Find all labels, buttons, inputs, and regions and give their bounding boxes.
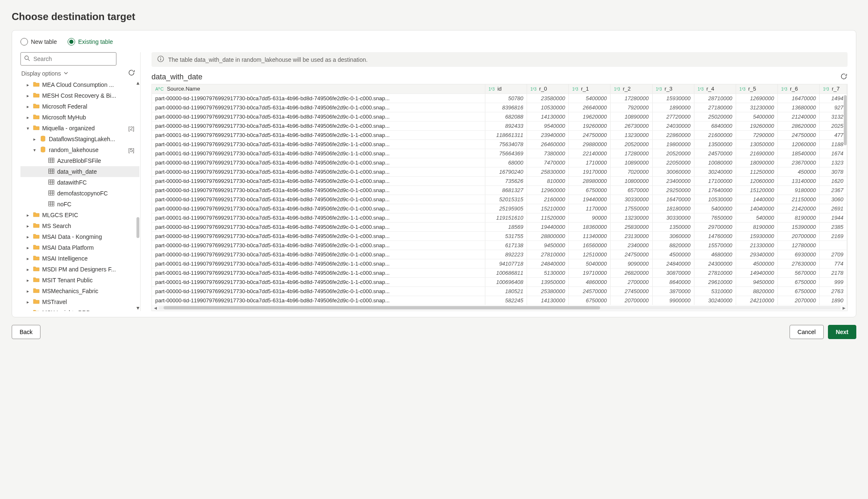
table-row[interactable]: part-00000-tid-119907976992917730-b0ca7d… (152, 250, 847, 259)
table-row[interactable]: part-00001-tid-119907976992917730-b0ca7d… (152, 130, 847, 139)
chevron-right-icon[interactable]: ▸ (25, 256, 30, 261)
column-header[interactable]: 1²3 r_7 (820, 84, 847, 94)
cell: 12780000 (778, 241, 820, 250)
column-header[interactable]: 1²3 r_6 (778, 84, 820, 94)
table-row[interactable]: part-00001-tid-119907976992917730-b0ca7d… (152, 268, 847, 277)
refresh-icon[interactable] (128, 69, 135, 78)
tree-item[interactable]: noFC (20, 199, 139, 210)
chevron-right-icon[interactable]: ▸ (25, 289, 30, 294)
number-type-icon: 1²3 (698, 87, 704, 91)
table-row[interactable]: part-00001-tid-119907976992917730-b0ca7d… (152, 139, 847, 149)
radio-new-table[interactable]: New table (20, 38, 57, 46)
chevron-right-icon[interactable]: ▸ (25, 213, 30, 218)
radio-existing-table[interactable]: Existing table (68, 38, 113, 46)
tree-item[interactable]: ▸MEA Cloud Consumption ... (20, 79, 139, 90)
tree-item[interactable]: ▸MSMechanics_Fabric (20, 286, 139, 296)
scroll-right-icon[interactable]: ▸ (840, 304, 847, 311)
table-row[interactable]: part-00000-tid-119907976992917730-b0ca7d… (152, 94, 847, 103)
chevron-right-icon[interactable]: ▸ (25, 310, 30, 312)
column-header[interactable]: 1²3 id (485, 84, 527, 94)
table-row[interactable]: part-00000-tid-119907976992917730-b0ca7d… (152, 121, 847, 130)
folder-icon (33, 244, 40, 252)
column-header[interactable]: AᴮC Source.Name (152, 84, 485, 94)
table-row[interactable]: part-00000-tid-119907976992917730-b0ca7d… (152, 167, 847, 176)
chevron-right-icon[interactable]: ▸ (25, 234, 30, 240)
tree-item[interactable]: data_with_date (20, 166, 139, 177)
scrollbar-thumb[interactable] (844, 95, 847, 145)
chevron-right-icon[interactable]: ▸ (25, 115, 30, 120)
table-row[interactable]: part-00000-tid-119907976992917730-b0ca7d… (152, 195, 847, 204)
back-button[interactable]: Back (12, 325, 40, 339)
table-row[interactable]: part-00000-tid-119907976992917730-b0ca7d… (152, 112, 847, 121)
tree-item[interactable]: ▸MSAI Intelligence (20, 253, 139, 264)
number-type-icon: 1²3 (572, 87, 578, 91)
tree-item-label: MEA Cloud Consumption ... (42, 81, 114, 88)
tree-item-label: MSDI PM and Designers F... (42, 266, 116, 273)
next-button[interactable]: Next (828, 325, 856, 339)
tree-item[interactable]: ▸MSDI PM and Designers F... (20, 264, 139, 275)
scroll-left-icon[interactable]: ◂ (152, 304, 159, 311)
chevron-right-icon[interactable]: ▸ (25, 267, 30, 272)
tree-item[interactable]: ▸Microsoft MyHub (20, 112, 139, 123)
tree-item[interactable]: demofastcopynoFC (20, 188, 139, 199)
grid-horizontal-scrollbar[interactable]: ◂ ▸ (152, 305, 847, 311)
tree-item[interactable]: ▸MSAI Data Platform (20, 242, 139, 253)
table-row[interactable]: part-00000-tid-119907976992917730-b0ca7d… (152, 286, 847, 296)
table-row[interactable]: part-00000-tid-119907976992917730-b0ca7d… (152, 204, 847, 213)
tree-item[interactable]: ▸MESH Cost Recovery & Bi... (20, 90, 139, 101)
chevron-right-icon[interactable]: ▸ (25, 82, 30, 88)
table-row[interactable]: part-00001-tid-119907976992917730-b0ca7d… (152, 259, 847, 268)
table-row[interactable]: part-00001-tid-119907976992917730-b0ca7d… (152, 149, 847, 158)
scrollbar-thumb[interactable] (136, 217, 139, 238)
chevron-down-icon[interactable]: ▾ (32, 147, 37, 153)
tree-item[interactable]: ▸MS Search (20, 220, 139, 231)
tree-item-label: demofastcopynoFC (57, 190, 108, 197)
column-header[interactable]: 1²3 r_0 (527, 84, 568, 94)
scroll-up-icon[interactable]: ▴ (136, 79, 139, 86)
tree-item[interactable]: ▸MSTravel (20, 296, 139, 307)
tree-item[interactable]: ▸Microsoft Federal (20, 101, 139, 112)
grid-vertical-scrollbar[interactable]: ▴ (843, 94, 847, 305)
tree-item[interactable]: ▾random_lakehouse[5] (20, 144, 139, 155)
table-refresh-icon[interactable] (840, 73, 848, 81)
tree-item[interactable]: ▸MLGCS EPIC (20, 210, 139, 220)
table-row[interactable]: part-00001-tid-119907976992917730-b0ca7d… (152, 213, 847, 222)
tree-item[interactable]: ▸DataflowsStagingLakeh... (20, 134, 139, 144)
chevron-down-icon[interactable]: ▾ (25, 126, 30, 131)
cell: 20700000 (778, 231, 820, 241)
display-options-button[interactable]: Display options (21, 70, 68, 77)
chevron-right-icon[interactable]: ▸ (32, 137, 37, 142)
column-header[interactable]: 1²3 r_2 (611, 84, 652, 94)
chevron-right-icon[interactable]: ▸ (25, 223, 30, 229)
folder-icon (33, 255, 40, 263)
table-row[interactable]: part-00000-tid-119907976992917730-b0ca7d… (152, 296, 847, 305)
tree-item[interactable]: AzureBlobFSFile (20, 155, 139, 166)
table-row[interactable]: part-00000-tid-119907976992917730-b0ca7d… (152, 222, 847, 231)
chevron-right-icon[interactable]: ▸ (25, 299, 30, 305)
search-input[interactable] (20, 52, 116, 66)
table-row[interactable]: part-00000-tid-119907976992917730-b0ca7d… (152, 103, 847, 112)
column-header[interactable]: 1²3 r_5 (736, 84, 777, 94)
tree-item[interactable]: ▸MSAI Data - Kongming (20, 231, 139, 242)
cancel-button[interactable]: Cancel (790, 325, 824, 339)
column-header[interactable]: 1²3 r_3 (652, 84, 694, 94)
scrollbar-thumb[interactable] (164, 306, 600, 309)
table-row[interactable]: part-00000-tid-119907976992917730-b0ca7d… (152, 185, 847, 195)
table-row[interactable]: part-00000-tid-119907976992917730-b0ca7d… (152, 231, 847, 241)
tree-item[interactable]: ▾Miquella - organized[2] (20, 123, 139, 134)
table-row[interactable]: part-00000-tid-119907976992917730-b0ca7d… (152, 176, 847, 185)
column-header[interactable]: 1²3 r_1 (569, 84, 611, 94)
scroll-down-icon[interactable]: ▾ (136, 304, 139, 311)
table-row[interactable]: part-00001-tid-119907976992917730-b0ca7d… (152, 277, 847, 286)
cell: 12060000 (778, 139, 820, 149)
chevron-right-icon[interactable]: ▸ (25, 104, 30, 109)
column-header[interactable]: 1²3 r_4 (694, 84, 736, 94)
chevron-right-icon[interactable]: ▸ (25, 245, 30, 251)
tree-item[interactable]: ▸MSX Insights PRD (20, 307, 139, 311)
chevron-right-icon[interactable]: ▸ (25, 93, 30, 99)
chevron-right-icon[interactable]: ▸ (25, 278, 30, 283)
tree-item[interactable]: ▸MSIT Tenant Public (20, 275, 139, 286)
table-row[interactable]: part-00000-tid-119907976992917730-b0ca7d… (152, 241, 847, 250)
tree-item[interactable]: datawithFC (20, 177, 139, 188)
table-row[interactable]: part-00000-tid-119907976992917730-b0ca7d… (152, 158, 847, 167)
